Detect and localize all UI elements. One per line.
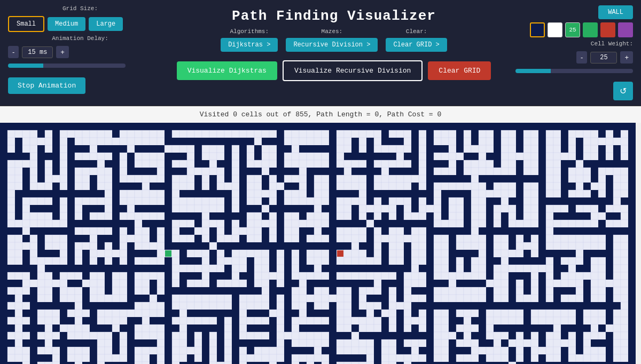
grid-area[interactable]	[0, 123, 641, 364]
mazes-dropdown-btn[interactable]: Recursive Division >	[286, 38, 378, 52]
algorithms-label: Algorithms:	[230, 28, 269, 35]
color-green-weight[interactable]: 25	[565, 22, 580, 37]
right-panel: WALL 25 Cell Weight: - 25 + ↺	[515, 5, 633, 100]
action-row: Visualize Dijkstras Visualize Recursive …	[177, 60, 491, 81]
grid-size-group: Small Medium Large	[8, 16, 152, 32]
btn-small[interactable]: Small	[8, 16, 44, 32]
algorithms-group: Algorithms: Dijkstras >	[221, 28, 278, 52]
header: Grid Size: Small Medium Large Animation …	[0, 0, 641, 106]
status-bar: Visited 0 cells out of 855, Path Length …	[0, 106, 641, 123]
visualize-recursive-btn[interactable]: Visualize Recursive Division	[283, 60, 423, 81]
btn-large[interactable]: Large	[89, 17, 123, 31]
stop-animation-btn[interactable]: Stop Animation	[8, 77, 85, 94]
btn-medium[interactable]: Medium	[48, 17, 85, 31]
dijkstras-dropdown-btn[interactable]: Dijkstras >	[221, 38, 278, 52]
weight-slider	[515, 69, 633, 73]
delay-value: 15 ms	[22, 46, 53, 58]
status-text: Visited 0 cells out of 855, Path Length …	[200, 110, 441, 118]
clear-group: Clear: Clear GRID >	[386, 28, 447, 52]
weight-minus-btn[interactable]: -	[576, 51, 587, 64]
wall-btn[interactable]: WALL	[598, 5, 633, 19]
color-red[interactable]	[600, 22, 615, 37]
reset-btn[interactable]: ↺	[613, 82, 633, 100]
grid-size-label: Grid Size:	[8, 5, 152, 12]
slider-fill	[8, 64, 43, 68]
cell-weight-label: Cell Weight:	[591, 41, 633, 47]
mazes-group: Mazes: Recursive Division >	[286, 28, 378, 52]
weight-value: 25	[590, 52, 617, 64]
anim-delay-group: - 15 ms +	[8, 46, 152, 58]
algo-row: Algorithms: Dijkstras > Mazes: Recursive…	[221, 28, 447, 52]
color-green[interactable]	[583, 22, 598, 37]
clear-dropdown-btn[interactable]: Clear GRID >	[386, 38, 447, 52]
visualize-dijkstras-btn[interactable]: Visualize Dijkstras	[177, 61, 277, 80]
weight-plus-btn[interactable]: +	[620, 51, 633, 64]
maze-canvas[interactable]	[0, 123, 641, 364]
color-purple[interactable]	[618, 22, 633, 37]
left-panel: Grid Size: Small Medium Large Animation …	[8, 5, 152, 94]
slider-track	[43, 64, 126, 68]
delay-minus-btn[interactable]: -	[8, 46, 19, 58]
delay-plus-btn[interactable]: +	[56, 46, 69, 58]
color-dark-blue[interactable]	[530, 22, 545, 37]
center-panel: Path Finding Visualizer Algorithms: Dijk…	[152, 5, 515, 81]
color-palette: 25	[530, 22, 633, 37]
mazes-label: Mazes:	[322, 28, 343, 35]
page-title: Path Finding Visualizer	[232, 8, 436, 24]
delay-slider-container	[8, 64, 152, 68]
color-white[interactable]	[548, 22, 562, 37]
clear-label: Clear:	[406, 28, 427, 35]
cell-weight-group: - 25 +	[576, 51, 633, 64]
anim-delay-label: Animation Delay:	[8, 35, 152, 42]
clear-grid-btn[interactable]: Clear GRID	[428, 61, 491, 80]
